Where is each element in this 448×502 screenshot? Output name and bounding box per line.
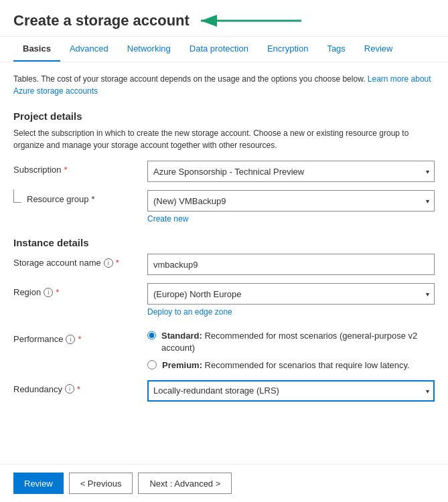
instance-details-title: Instance details bbox=[13, 237, 435, 248]
create-new-link[interactable]: Create new bbox=[147, 214, 188, 224]
storage-account-name-input[interactable] bbox=[147, 254, 435, 275]
resource-group-select[interactable]: (New) VMBackup9 bbox=[147, 190, 435, 212]
region-row: Region i * (Europe) North Europe ▾ Deplo… bbox=[13, 283, 435, 322]
performance-standard-radio[interactable] bbox=[147, 331, 156, 340]
storage-name-info-icon[interactable]: i bbox=[104, 258, 113, 268]
performance-control: Standard: Recommended for most scenarios… bbox=[147, 330, 435, 372]
project-details-description: Select the subscription in which to crea… bbox=[13, 127, 435, 151]
project-details-section: Project details Select the subscription … bbox=[13, 110, 435, 224]
region-info-icon[interactable]: i bbox=[44, 288, 53, 297]
performance-required: * bbox=[78, 334, 81, 344]
indent-line bbox=[13, 189, 21, 203]
tabs-bar: Basics Advanced Networking Data protecti… bbox=[0, 37, 448, 62]
previous-button[interactable]: < Previous bbox=[69, 473, 133, 494]
subscription-select[interactable]: Azure Sponsorship - Technical Preview bbox=[147, 161, 435, 182]
footer: Review < Previous Next : Advanced > bbox=[0, 464, 448, 502]
info-description: Tables. The cost of your storage account… bbox=[13, 73, 435, 97]
region-required: * bbox=[56, 287, 59, 297]
instance-details-section: Instance details Storage account name i … bbox=[13, 237, 435, 402]
redundancy-label: Redundancy i * bbox=[13, 380, 147, 394]
page-title: Create a storage account bbox=[13, 12, 190, 29]
performance-premium-label[interactable]: Premium: Recommended for scenarios that … bbox=[162, 359, 410, 371]
tab-networking[interactable]: Networking bbox=[118, 37, 180, 62]
region-control: (Europe) North Europe ▾ Deploy to an edg… bbox=[147, 283, 435, 322]
resource-group-label-area: Resource group * bbox=[13, 190, 147, 204]
performance-premium-radio[interactable] bbox=[147, 360, 157, 369]
storage-account-name-label: Storage account name i * bbox=[13, 254, 147, 268]
redundancy-required: * bbox=[77, 384, 80, 394]
resource-group-required: * bbox=[92, 194, 95, 204]
project-details-title: Project details bbox=[13, 110, 435, 122]
redundancy-row: Redundancy i * Locally-redundant storage… bbox=[13, 380, 435, 402]
performance-radio-group: Standard: Recommended for most scenarios… bbox=[147, 330, 435, 372]
subscription-required: * bbox=[64, 165, 68, 175]
resource-group-select-wrapper[interactable]: (New) VMBackup9 ▾ bbox=[147, 190, 435, 212]
resource-group-row: Resource group * (New) VMBackup9 ▾ Creat… bbox=[13, 190, 435, 224]
tab-tags[interactable]: Tags bbox=[317, 37, 354, 62]
resource-group-control: (New) VMBackup9 ▾ Create new bbox=[147, 190, 435, 224]
performance-standard-item: Standard: Recommended for most scenarios… bbox=[147, 330, 435, 354]
tab-review[interactable]: Review bbox=[355, 37, 402, 62]
subscription-label: Subscription * bbox=[13, 161, 147, 175]
storage-account-name-control bbox=[147, 254, 435, 275]
subscription-control: Azure Sponsorship - Technical Preview ▾ bbox=[147, 161, 435, 182]
redundancy-control: Locally-redundant storage (LRS) ▾ bbox=[147, 380, 435, 402]
main-content: Tables. The cost of your storage account… bbox=[0, 62, 448, 461]
tab-encryption[interactable]: Encryption bbox=[258, 37, 317, 62]
performance-info-icon[interactable]: i bbox=[66, 335, 75, 344]
next-button[interactable]: Next : Advanced > bbox=[138, 473, 232, 494]
redundancy-select-wrapper[interactable]: Locally-redundant storage (LRS) ▾ bbox=[147, 380, 435, 402]
tab-basics[interactable]: Basics bbox=[13, 37, 60, 62]
arrow-annotation-header bbox=[198, 11, 305, 31]
region-select[interactable]: (Europe) North Europe bbox=[147, 283, 435, 305]
storage-name-required: * bbox=[116, 258, 119, 268]
redundancy-select[interactable]: Locally-redundant storage (LRS) bbox=[147, 380, 435, 402]
subscription-select-wrapper[interactable]: Azure Sponsorship - Technical Preview ▾ bbox=[147, 161, 435, 182]
redundancy-info-icon[interactable]: i bbox=[65, 384, 74, 394]
performance-standard-label[interactable]: Standard: Recommended for most scenarios… bbox=[161, 330, 435, 354]
tab-data-protection[interactable]: Data protection bbox=[180, 37, 258, 62]
storage-account-name-row: Storage account name i * bbox=[13, 254, 435, 275]
page-header: Create a storage account bbox=[0, 0, 448, 37]
deploy-edge-zone-link[interactable]: Deploy to an edge zone bbox=[147, 307, 232, 317]
subscription-row: Subscription * Azure Sponsorship - Techn… bbox=[13, 161, 435, 182]
performance-premium-item: Premium: Recommended for scenarios that … bbox=[147, 359, 435, 371]
review-button[interactable]: Review bbox=[13, 473, 64, 494]
performance-row: Performance i * Standard: Recommended fo… bbox=[13, 330, 435, 372]
tab-advanced[interactable]: Advanced bbox=[60, 37, 118, 62]
region-select-wrapper[interactable]: (Europe) North Europe ▾ bbox=[147, 283, 435, 305]
region-label: Region i * bbox=[13, 283, 147, 297]
performance-label: Performance i * bbox=[13, 330, 147, 344]
